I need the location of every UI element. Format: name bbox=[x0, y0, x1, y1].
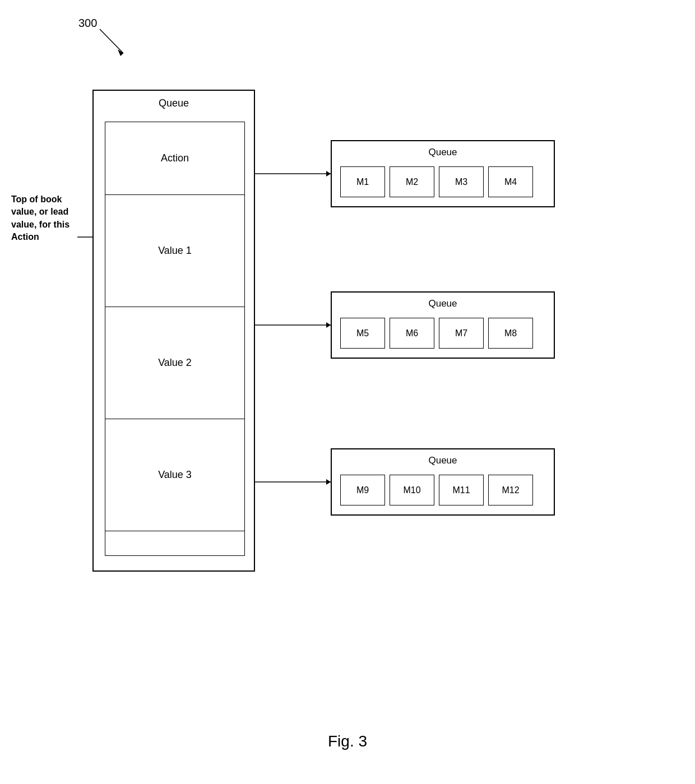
right-queue-box-3: Queue M9 M10 M11 M12 bbox=[331, 448, 555, 516]
diagram-container: 300 Queue Action Value 1 bbox=[0, 0, 695, 784]
item-m9: M9 bbox=[340, 475, 385, 505]
action-label: Action bbox=[161, 152, 189, 164]
item-m6: M6 bbox=[390, 318, 434, 349]
right-queue-2-label: Queue bbox=[428, 298, 457, 309]
value-3-label: Value 3 bbox=[158, 469, 192, 481]
item-m8: M8 bbox=[488, 318, 533, 349]
svg-marker-1 bbox=[118, 49, 123, 56]
value-row-3: Value 3 bbox=[105, 419, 244, 531]
value-row-1: Value 1 bbox=[105, 195, 244, 307]
main-queue-box: Queue Action Value 1 Value 2 Value 3 bbox=[92, 90, 255, 572]
side-annotation: Top of book value, or lead value, for th… bbox=[11, 193, 73, 244]
value-1-label: Value 1 bbox=[158, 245, 192, 257]
item-m2: M2 bbox=[390, 166, 434, 197]
value-row-2: Value 2 bbox=[105, 307, 244, 419]
item-m10: M10 bbox=[390, 475, 434, 505]
inner-action-value-box: Action Value 1 Value 2 Value 3 bbox=[105, 122, 245, 556]
figure-label: Fig. 3 bbox=[328, 732, 367, 750]
svg-marker-5 bbox=[326, 171, 331, 177]
main-queue-label: Queue bbox=[159, 98, 189, 109]
item-m7: M7 bbox=[439, 318, 484, 349]
right-queue-3-label: Queue bbox=[428, 455, 457, 466]
item-m4: M4 bbox=[488, 166, 533, 197]
svg-marker-7 bbox=[326, 322, 331, 328]
item-m11: M11 bbox=[439, 475, 484, 505]
right-queue-box-1: Queue M1 M2 M3 M4 bbox=[331, 140, 555, 207]
svg-line-0 bbox=[100, 29, 123, 53]
item-m12: M12 bbox=[488, 475, 533, 505]
value-2-label: Value 2 bbox=[158, 357, 192, 369]
right-queue-1-label: Queue bbox=[428, 147, 457, 158]
diagram-number-label: 300 bbox=[78, 17, 97, 30]
items-row-2: M5 M6 M7 M8 bbox=[340, 318, 533, 349]
item-m5: M5 bbox=[340, 318, 385, 349]
item-m3: M3 bbox=[439, 166, 484, 197]
action-row: Action bbox=[105, 122, 244, 195]
items-row-1: M1 M2 M3 M4 bbox=[340, 166, 533, 197]
item-m1: M1 bbox=[340, 166, 385, 197]
svg-marker-9 bbox=[326, 479, 331, 485]
items-row-3: M9 M10 M11 M12 bbox=[340, 475, 533, 505]
right-queue-box-2: Queue M5 M6 M7 M8 bbox=[331, 291, 555, 359]
